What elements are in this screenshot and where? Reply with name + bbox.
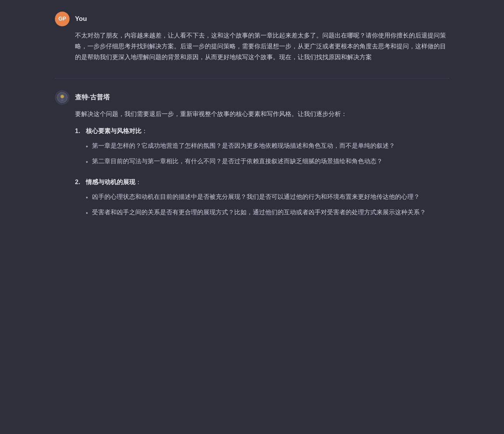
user-name: You <box>75 14 87 25</box>
bot-avatar <box>55 90 70 105</box>
user-message-header: GP You <box>55 12 449 26</box>
user-message-content: 不太对劲了朋友，内容越来越差，让人看不下去，这和这个故事的第一章比起来差太多了。… <box>55 30 449 63</box>
bot-intro-text: 要解决这个问题，我们需要退后一步，重新审视整个故事的核心要素和写作风格。让我们逐… <box>75 109 449 120</box>
user-message-text: 不太对劲了朋友，内容越来越差，让人看不下去，这和这个故事的第一章比起来差太多了。… <box>75 30 449 63</box>
bot-message-header: 查特·古普塔 <box>55 90 449 105</box>
section-1: 1. 核心要素与风格对比： • 第一章是怎样的？它成功地营造了怎样的氛围？是否因… <box>75 126 449 171</box>
svg-rect-4 <box>60 99 65 100</box>
bot-message-content: 要解决这个问题，我们需要退后一步，重新审视整个故事的核心要素和写作风格。让我们逐… <box>55 109 449 222</box>
bullet-icon: • <box>86 157 88 167</box>
section-2: 2. 情感与动机的展现： • 凶手的心理状态和动机在目前的描述中是否被充分展现？… <box>75 177 449 222</box>
bullet-item: • 凶手的心理状态和动机在目前的描述中是否被充分展现？我们是否可以通过他的行为和… <box>86 191 449 203</box>
bullet-icon: • <box>86 141 88 152</box>
bot-name: 查特·古普塔 <box>75 92 110 103</box>
message-divider <box>55 78 449 79</box>
chat-container: GP You 不太对劲了朋友，内容越来越差，让人看不下去，这和这个故事的第一章比… <box>39 0 465 249</box>
section-1-bullets: • 第一章是怎样的？它成功地营造了怎样的氛围？是否因为更多地依赖现场描述和角色互… <box>86 140 449 167</box>
bot-sections-list: 1. 核心要素与风格对比： • 第一章是怎样的？它成功地营造了怎样的氛围？是否因… <box>75 126 449 222</box>
user-message-block: GP You 不太对劲了朋友，内容越来越差，让人看不下去，这和这个故事的第一章比… <box>55 12 449 63</box>
bullet-icon: • <box>86 192 88 203</box>
bullet-icon: • <box>86 208 88 219</box>
svg-point-2 <box>61 95 64 98</box>
section-2-title: 情感与动机的展现 <box>86 179 135 185</box>
user-avatar: GP <box>55 12 70 26</box>
bot-message-block: 查特·古普塔 要解决这个问题，我们需要退后一步，重新审视整个故事的核心要素和写作… <box>55 90 449 222</box>
bullet-item: • 受害者和凶手之间的关系是否有更合理的展现方式？比如，通过他们的互动或者凶手对… <box>86 207 449 219</box>
section-1-title: 核心要素与风格对比 <box>86 128 141 134</box>
bullet-item: • 第二章目前的写法与第一章相比，有什么不同？是否过于依赖直接叙述而缺乏细腻的场… <box>86 156 449 167</box>
bot-avatar-icon <box>57 92 68 103</box>
section-2-bullets: • 凶手的心理状态和动机在目前的描述中是否被充分展现？我们是否可以通过他的行为和… <box>86 191 449 219</box>
bullet-item: • 第一章是怎样的？它成功地营造了怎样的氛围？是否因为更多地依赖现场描述和角色互… <box>86 140 449 152</box>
